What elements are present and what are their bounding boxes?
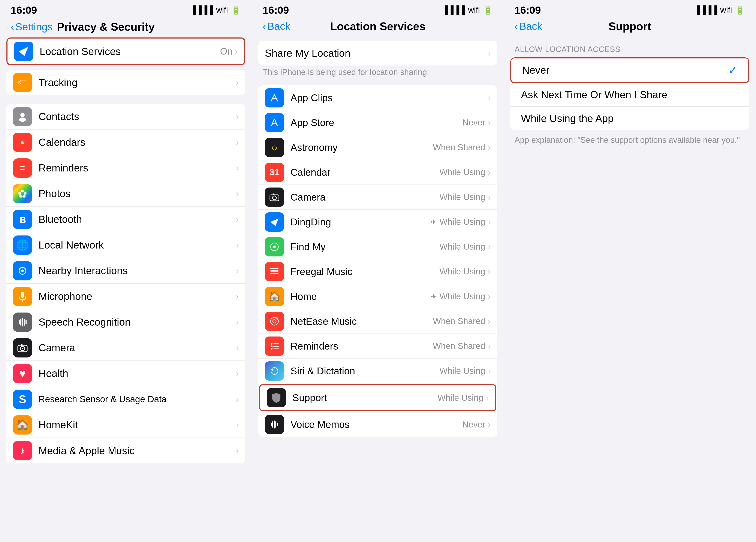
content-3: ALLOW LOCATION ACCESS Never ✓ Ask Next T… [504,36,756,542]
svg-rect-5 [21,292,24,298]
list-item-camera-loc[interactable]: Camera While Using › [258,185,497,210]
list-item-app-store[interactable]: A App Store Never › [258,110,497,135]
app-store-icon: A [265,113,284,132]
app-clips-chevron: › [488,93,491,103]
list-item-siri-dictation[interactable]: Siri & Dictation While Using › [258,358,497,383]
nav-bar-2: ‹ Back Location Services [252,18,504,36]
support-highlighted-item[interactable]: Support While Using › [259,384,496,411]
list-item-reminders-loc[interactable]: Reminders When Shared › [258,334,497,358]
netease-music-value: When Shared [433,316,485,326]
share-location-group: Share My Location › [258,41,497,66]
never-option-highlighted: Never ✓ [510,57,749,83]
battery-icon-3: 🔋 [735,6,745,15]
list-item-support[interactable]: Support While Using › [260,385,495,410]
speech-recognition-label: Speech Recognition [39,316,236,328]
svg-marker-19 [270,218,278,226]
reminders-loc-value: When Shared [433,341,485,351]
list-item-photos[interactable]: ✿ Photos › [6,181,245,207]
tracking-icon: 🏷 [13,73,32,92]
chevron-left-icon: ‹ [11,21,14,33]
microphone-icon [13,287,32,306]
share-location-note: This iPhone is being used for location s… [252,66,504,81]
list-item-local-network[interactable]: 🌐 Local Network › [6,232,245,258]
list-item-media-apple-music[interactable]: ♪ Media & Apple Music › [6,438,245,463]
astronomy-chevron: › [488,142,491,153]
calendar-icon: 31 [265,163,284,182]
signal-icon-2: ▐▐▐▐ [442,6,465,15]
back-label-1[interactable]: Settings [15,21,52,33]
reminders-label: Reminders [39,162,236,174]
location-services-icon [14,42,33,61]
list-item-location-services[interactable]: Location Services On › [7,39,244,64]
media-apple-music-label: Media & Apple Music [39,445,236,457]
camera-loc-value: While Using [440,192,485,202]
voice-memos-value: Never [462,420,485,429]
share-my-location-label: Share My Location [265,47,488,59]
wifi-icon: wifi [216,6,228,15]
list-item-tracking[interactable]: 🏷 Tracking › [6,70,245,95]
list-item-calendars[interactable]: ⊞ Calendars › [6,130,245,155]
status-bar-1: 16:09 ▐▐▐▐ wifi 🔋 [0,0,252,18]
media-apple-music-chevron: › [236,445,239,456]
calendar-label: Calendar [290,167,440,178]
microphone-chevron: › [236,291,239,301]
list-item-homekit[interactable]: 🏠 HomeKit › [6,412,245,438]
list-item-home[interactable]: 🏠 Home ✈ While Using › [258,284,497,309]
location-services-highlighted[interactable]: Location Services On › [6,37,245,65]
location-services-chevron: › [235,46,238,57]
list-item-freegal-music[interactable]: Freegal Music While Using › [258,259,497,284]
back-button-1[interactable]: ‹ Settings [11,21,52,33]
homekit-label: HomeKit [39,419,236,431]
list-item-research-sensor[interactable]: S Research Sensor & Usage Data › [6,386,245,412]
list-item-astronomy[interactable]: ○ Astronomy When Shared › [258,135,497,160]
tracking-chevron: › [236,77,239,88]
list-item-nearby-interactions[interactable]: Nearby Interactions › [6,258,245,283]
never-option[interactable]: Never ✓ [511,58,748,82]
apps-list-group: App Clips › A App Store Never › ○ Astron… [258,85,497,437]
status-icons-1: ▐▐▐▐ wifi 🔋 [190,6,241,15]
list-item-netease-music[interactable]: NetEase Music When Shared › [258,309,497,334]
siri-dictation-icon [265,361,284,380]
list-item-voice-memos[interactable]: Voice Memos Never › [258,412,497,437]
contacts-chevron: › [236,112,239,122]
list-item-dingding[interactable]: DingDing ✈ While Using › [258,210,497,235]
while-using-option[interactable]: While Using the App [510,107,749,130]
list-item-app-clips[interactable]: App Clips › [258,85,497,110]
bluetooth-chevron: › [236,214,239,225]
astronomy-label: Astronomy [290,142,433,153]
local-network-label: Local Network [39,239,236,251]
back-label-3[interactable]: Back [519,20,542,32]
find-my-icon [265,237,284,257]
list-item-bluetooth[interactable]: ʙ Bluetooth › [6,207,245,232]
svg-point-24 [271,343,272,345]
list-item-contacts[interactable]: Contacts › [6,104,245,130]
share-my-location-item[interactable]: Share My Location › [258,41,497,66]
homekit-icon: 🏠 [13,415,32,434]
svg-rect-10 [24,319,25,325]
list-item-speech-recognition[interactable]: Speech Recognition › [6,309,245,335]
list-item-reminders[interactable]: ≡ Reminders › [6,155,245,181]
svg-rect-35 [277,422,278,426]
health-chevron: › [236,368,239,379]
dingding-value: ✈ While Using [431,217,485,227]
back-label-2[interactable]: Back [267,20,290,32]
back-button-3[interactable]: ‹ Back [515,20,542,32]
camera-label: Camera [39,342,236,354]
freegal-music-chevron: › [488,267,491,277]
list-item-microphone[interactable]: Microphone › [6,283,245,309]
netease-music-label: NetEase Music [290,315,433,327]
back-button-2[interactable]: ‹ Back [263,20,290,32]
svg-point-1 [20,113,25,117]
app-store-value: Never [462,118,485,127]
wifi-icon-3: wifi [720,6,732,15]
location-services-label: Location Services [40,46,220,57]
nearby-interactions-chevron: › [236,266,239,276]
home-loc-icon: 🏠 [265,287,284,306]
reminders-icon: ≡ [13,159,32,178]
list-item-health[interactable]: ♥ Health › [6,361,245,386]
list-item-camera[interactable]: Camera › [6,335,245,361]
list-item-calendar[interactable]: 31 Calendar While Using › [258,160,497,185]
ask-next-time-option[interactable]: Ask Next Time Or When I Share [510,83,749,107]
list-item-find-my[interactable]: Find My While Using › [258,235,497,259]
nearby-interactions-icon [13,261,32,280]
